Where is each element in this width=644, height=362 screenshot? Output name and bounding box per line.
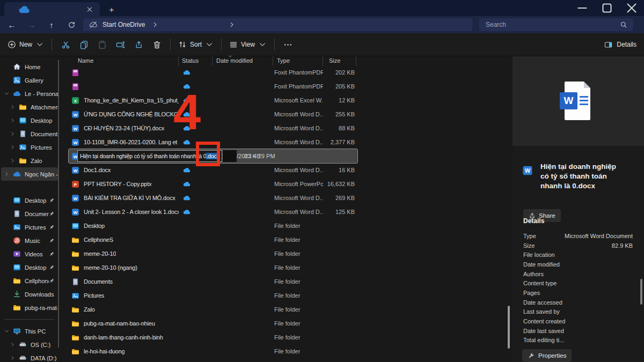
breadcrumb[interactable]: Start OneDrive	[103, 21, 145, 28]
sidebar-item-gallery[interactable]: Gallery	[1, 73, 58, 87]
sidebar-item-le-personal[interactable]: Le - Personal	[1, 87, 58, 100]
delete-button[interactable]	[148, 36, 166, 53]
file-list-scrollbar[interactable]	[508, 306, 510, 349]
file-row-pubg-ra-mat-nam-bao-nhieu[interactable]: pubg-ra-mat-nam-bao-nhieuFile folder	[69, 316, 357, 330]
pin-icon	[49, 197, 55, 203]
back-button[interactable]: ←	[4, 18, 20, 32]
search-box[interactable]	[479, 18, 633, 31]
name-cell: WCĐ HUYỆN 23-24 (THÚY).docx	[69, 124, 179, 132]
column-header-status[interactable]: Status	[179, 56, 213, 66]
sidebar-item-pictures[interactable]: Pictures	[1, 141, 58, 154]
cut-button[interactable]	[56, 36, 75, 53]
chevron-right-icon[interactable]	[10, 355, 16, 361]
file-row-meme-20-10[interactable]: meme-20-10File folder	[69, 247, 357, 261]
file-row-item[interactable]: Foxit PhantomPDF...202 KB	[69, 65, 357, 79]
sidebar-item-pictures[interactable]: Pictures	[1, 220, 58, 234]
file-row-thong-ke-de-thi-kiem-tra-15-phut-ta[interactable]: XThong_ke_de_thi_Kiem_tra_15_phut_-_TA..…	[69, 93, 357, 107]
pdf-icon	[71, 83, 79, 91]
size-cell: 12 KB	[323, 97, 356, 104]
chevron-down-icon[interactable]	[4, 328, 10, 334]
forward-button[interactable]: →	[24, 18, 40, 32]
chevron-right-icon[interactable]	[10, 117, 16, 123]
chevron-right-icon[interactable]	[151, 21, 159, 28]
sidebar-item-videos[interactable]: Videos	[1, 247, 58, 261]
sidebar-item-desktop[interactable]: Desktop	[1, 261, 58, 274]
address-bar[interactable]: Start OneDrive	[83, 18, 472, 31]
file-row-unit-2-lesson-2-a-closer-look-1-docx[interactable]: WUnit 2- Lesson 2 - A closer look 1.docx…	[69, 205, 357, 219]
column-header-name[interactable]: Name	[69, 56, 179, 66]
explorer-tab[interactable]	[4, 2, 100, 16]
file-row-documents[interactable]: DocumentsFile folder	[69, 275, 357, 289]
sidebar-item-data-d[interactable]: DATA (D:)	[1, 351, 58, 362]
sidebar-item-attachments[interactable]: Attachments	[1, 100, 58, 114]
close-button[interactable]	[619, 0, 644, 16]
sidebar-item-label: Pictures	[31, 144, 58, 151]
file-row-ng-d-ng-c-ng-ngh-blockchain-t[interactable]: WỨNG DỤNG CÔNG NGHỆ BLOCKCHAIN T...Micro…	[69, 107, 357, 121]
up-button[interactable]: ↑	[43, 18, 60, 32]
type-cell: File folder	[273, 348, 323, 354]
sidebar-item-downloads[interactable]: Downloads	[1, 287, 58, 301]
file-row-item[interactable]: Foxit PhantomPDF...205 KB	[69, 79, 357, 93]
sidebar-scrollbar[interactable]	[58, 60, 59, 348]
details-toggle-button[interactable]: Details	[604, 41, 636, 49]
maximize-button[interactable]	[595, 0, 619, 16]
sidebar-item-zalo[interactable]: Zalo	[1, 154, 58, 167]
file-row-b-i-ki-m-tra-gi-a-k-vi-m-docx[interactable]: WBÀI KIỂM TRA GIỮA KÌ VI MÔ.docxMicrosof…	[69, 191, 357, 205]
chevron-right-icon[interactable]	[4, 171, 10, 177]
details-pane-scrollbar[interactable]	[640, 279, 642, 305]
sort-button[interactable]: Sort	[175, 36, 217, 53]
details-field-label: Last saved by	[523, 308, 560, 315]
details-pane-icon	[604, 41, 613, 49]
column-header-type[interactable]: Type	[273, 56, 323, 66]
file-row-danh-lam-thang-canh-ninh-binh[interactable]: danh-lam-thang-canh-ninh-binhFile folder	[69, 330, 357, 344]
sidebar-item-desktop[interactable]: Desktop	[1, 194, 58, 207]
column-header-size[interactable]: Size	[323, 56, 356, 66]
sidebar-item-documents[interactable]: Documents	[1, 127, 58, 141]
file-row-ppt-history-copy-pptx[interactable]: PPPT HISTORY - Copy.pptxMicrosoft PowerP…	[69, 177, 357, 191]
file-name: PPT HISTORY - Copy.pptx	[84, 181, 151, 187]
view-button[interactable]: View	[226, 36, 270, 53]
tab-close-icon[interactable]	[84, 5, 96, 13]
file-row-danh-lam-thang-canh-lam-dong[interactable]: danh-lam-thang-canh-lam-dongFile folder	[69, 358, 357, 362]
copy-button[interactable]	[75, 36, 93, 53]
sidebar-item-os-c[interactable]: OS (C:)	[1, 338, 58, 351]
sidebar-item-label: Gallery	[25, 77, 58, 84]
chevron-right-icon[interactable]	[228, 21, 236, 28]
new-button[interactable]: New	[4, 36, 47, 53]
file-name: Documents	[84, 278, 113, 285]
share-button[interactable]	[129, 36, 148, 53]
file-row-cellphones[interactable]: CellphoneSFile folder	[69, 233, 357, 247]
file-row-c-huy-n-23-24-th-y-docx[interactable]: WCĐ HUYỆN 23-24 (THÚY).docxMicrosoft Wor…	[69, 121, 357, 135]
file-row-le-hoi-hai-duong[interactable]: le-hoi-hai-duongFile folder	[69, 344, 357, 358]
sidebar-item-ngoc-ng-n-08[interactable]: Ngoc Ngân - 08	[1, 167, 58, 181]
sidebar-item-music[interactable]: Music	[1, 234, 58, 247]
file-row-zalo[interactable]: ZaloFile folder	[69, 302, 357, 316]
file-row-pictures[interactable]: PicturesFile folder	[69, 289, 357, 302]
chevron-down-icon[interactable]	[4, 91, 10, 97]
chevron-down-icon	[205, 40, 214, 49]
column-header-date-modified[interactable]: Date modified	[213, 56, 273, 66]
refresh-button[interactable]	[63, 18, 79, 32]
file-row-desktop[interactable]: DesktopFile folder	[69, 219, 357, 233]
minimize-button[interactable]	[570, 0, 595, 16]
sidebar-item-this-pc[interactable]: This PC	[1, 324, 58, 338]
paste-button[interactable]	[93, 36, 111, 53]
properties-button[interactable]: Properties	[522, 349, 572, 362]
chevron-right-icon[interactable]	[10, 131, 16, 137]
sidebar-item-desktop[interactable]: Desktop	[1, 114, 58, 127]
type-cell: Microsoft Word D...	[273, 139, 323, 145]
file-row-meme-20-10-ngang[interactable]: meme-20-10 (ngang)File folder	[69, 261, 357, 275]
sidebar-item-documents[interactable]: Documents	[1, 207, 58, 220]
search-input[interactable]	[479, 21, 620, 28]
chevron-right-icon[interactable]	[10, 144, 16, 150]
new-tab-button[interactable]: +	[106, 4, 117, 14]
sidebar-item-pubg-ra-mat-na[interactable]: pubg-ra-mat-na	[1, 301, 58, 314]
chevron-right-icon[interactable]	[10, 342, 16, 348]
sidebar-item-cellphones[interactable]: CellphoneS	[1, 274, 58, 287]
details-field-label: Total editing ti...	[523, 337, 564, 343]
rename-button[interactable]	[111, 36, 129, 53]
chevron-right-icon[interactable]	[10, 104, 16, 110]
sidebar-item-home[interactable]: Home	[1, 60, 58, 73]
more-options-button[interactable]	[279, 36, 297, 53]
chevron-right-icon[interactable]	[10, 158, 16, 164]
